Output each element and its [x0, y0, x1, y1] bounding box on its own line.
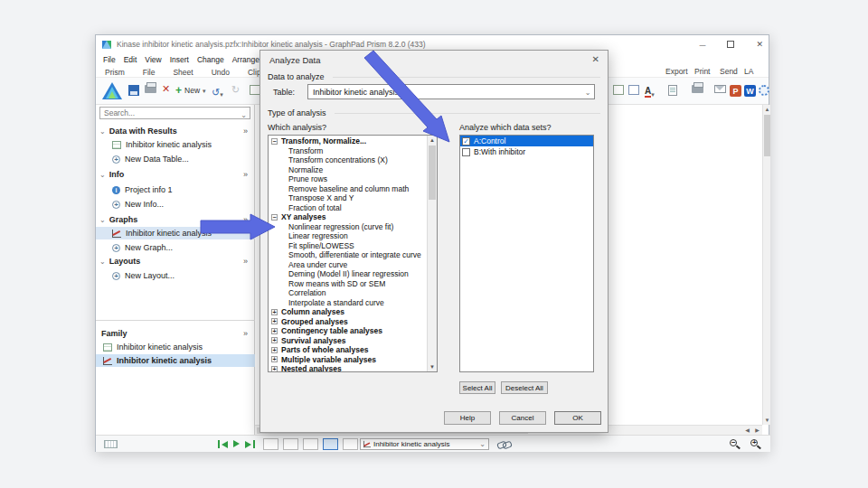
tree-item-xy-analyses[interactable]: XY analyses: [269, 212, 428, 222]
sidebar-item-new-data-table[interactable]: + New Data Table...: [96, 153, 255, 165]
settings-gear-icon[interactable]: [759, 85, 769, 96]
menu-file[interactable]: File: [103, 55, 116, 64]
vertical-scrollbar[interactable]: ▲ ▼: [762, 105, 770, 425]
deselect-all-button[interactable]: Deselect All: [501, 381, 548, 394]
print-sheet-icon[interactable]: [692, 85, 703, 93]
sidebar-item-graph[interactable]: Inhibitor kinetic analysis: [96, 227, 255, 239]
tree-item[interactable]: Row means with SD or SEM: [269, 279, 428, 289]
zoom-out-button[interactable]: −: [729, 438, 743, 451]
tree-item-transform-normalize[interactable]: Transform, Normalize...: [269, 136, 428, 146]
tree-item[interactable]: Transform concentrations (X): [269, 155, 428, 165]
next-sheet-button[interactable]: [233, 440, 240, 447]
prism-logo-icon[interactable]: [101, 80, 123, 102]
scrollbar-thumb[interactable]: [764, 115, 770, 156]
tree-item-column-analyses[interactable]: Column analyses: [269, 307, 428, 317]
prev-sheet-button[interactable]: [218, 440, 228, 448]
expand-icon[interactable]: [271, 347, 278, 353]
tree-item[interactable]: Prune rows: [269, 174, 428, 184]
redo-button[interactable]: ↻: [231, 84, 240, 96]
sidebar-item-new-graph[interactable]: + New Graph...: [96, 241, 255, 254]
print-icon[interactable]: [145, 85, 156, 93]
delete-icon[interactable]: ✕: [162, 83, 170, 95]
tree-item[interactable]: Normalize: [269, 165, 428, 175]
table-dropdown[interactable]: Inhibitor kinetic analysis: [307, 84, 595, 99]
expand-icon[interactable]: [271, 318, 278, 324]
tree-item[interactable]: Linear regression: [269, 231, 428, 241]
sidebar-section-info[interactable]: Info: [96, 168, 255, 181]
sheet-icon-results[interactable]: [303, 438, 318, 450]
menu-change[interactable]: Change: [197, 55, 224, 64]
keyboard-icon[interactable]: [104, 440, 118, 448]
select-all-button[interactable]: Select All: [459, 381, 495, 394]
expand-icon[interactable]: [271, 356, 278, 362]
scroll-up-icon[interactable]: ▲: [763, 105, 771, 114]
scroll-up-icon[interactable]: ▲: [428, 136, 437, 145]
expand-section-icon[interactable]: [243, 329, 248, 338]
tree-item[interactable]: Transpose X and Y: [269, 193, 428, 203]
family-item-graph[interactable]: Inhibitor kinetic analysis: [96, 354, 255, 367]
link-icon[interactable]: [497, 441, 512, 448]
expand-icon[interactable]: [271, 309, 278, 315]
scrollbar-thumb[interactable]: [429, 145, 436, 200]
tree-item[interactable]: Correlation: [269, 288, 428, 298]
tree-item[interactable]: Fit spline/LOWESS: [269, 241, 428, 251]
tree-item-survival-analyses[interactable]: Survival analyses: [269, 336, 428, 346]
sidebar-item-new-info[interactable]: + New Info...: [96, 198, 255, 211]
sidebar-section-data[interactable]: Data with Results: [96, 125, 255, 137]
maximize-icon[interactable]: [727, 41, 734, 48]
new-sheet-button[interactable]: + New: [175, 86, 206, 95]
family-section-header[interactable]: Family: [96, 327, 255, 340]
menu-view[interactable]: View: [145, 55, 161, 64]
expand-section-icon[interactable]: [243, 127, 248, 136]
save-icon[interactable]: [128, 85, 139, 96]
scroll-down-icon[interactable]: ▼: [763, 416, 771, 425]
search-input[interactable]: [100, 108, 241, 117]
cancel-button[interactable]: Cancel: [499, 411, 546, 425]
tree-item-grouped-analyses[interactable]: Grouped analyses: [269, 317, 428, 327]
expand-section-icon[interactable]: [243, 215, 248, 224]
tree-item-contingency-analyses[interactable]: Contingency table analyses: [269, 326, 428, 336]
word-export-icon[interactable]: W: [744, 85, 756, 97]
sidebar-item-project-info[interactable]: i Project info 1: [96, 183, 255, 196]
undo-button[interactable]: ↺: [212, 84, 223, 100]
graph-format-icon[interactable]: [628, 85, 639, 95]
tree-item[interactable]: Deming (Model II) linear regression: [269, 269, 428, 279]
minimize-icon[interactable]: [699, 40, 705, 49]
sidebar-item-data-table[interactable]: Inhibitor kinetic analysis: [96, 138, 255, 151]
close-icon[interactable]: [756, 40, 763, 49]
tree-item[interactable]: Interpolate a standard curve: [269, 298, 428, 308]
tree-item-nonlinear-regression[interactable]: Nonlinear regression (curve fit): [269, 222, 428, 232]
expand-section-icon[interactable]: [243, 170, 248, 179]
sheet-icon-layout[interactable]: [343, 438, 358, 450]
sheet-icon-graph[interactable]: [323, 438, 338, 450]
expand-icon[interactable]: [271, 337, 278, 343]
ok-button[interactable]: OK: [554, 411, 601, 425]
sheet-selector-dropdown[interactable]: Inhibitor kinetic analysis: [360, 438, 489, 450]
family-item-data-table[interactable]: Inhibitor kinetic analysis: [96, 341, 255, 353]
tree-item[interactable]: Transform: [269, 146, 428, 156]
sheet-icon-data-table[interactable]: [263, 438, 278, 450]
tree-item-nested-analyses[interactable]: Nested analyses: [269, 364, 428, 372]
dataset-checkbox[interactable]: [462, 148, 470, 156]
sidebar-section-graphs[interactable]: Graphs: [96, 213, 255, 226]
zoom-in-button[interactable]: +: [750, 438, 764, 451]
sidebar-item-new-layout[interactable]: + New Layout...: [96, 269, 255, 282]
tree-item-parts-of-whole-analyses[interactable]: Parts of whole analyses: [269, 345, 428, 355]
sidebar-section-layouts[interactable]: Layouts: [96, 255, 255, 267]
dialog-close-icon[interactable]: [592, 54, 599, 64]
last-sheet-button[interactable]: [245, 440, 255, 448]
scroll-down-icon[interactable]: ▼: [428, 362, 437, 371]
menu-arrange[interactable]: Arrange: [232, 55, 259, 64]
export-file-icon[interactable]: [668, 85, 677, 96]
expand-section-icon[interactable]: [243, 257, 248, 266]
search-box[interactable]: [99, 107, 250, 119]
help-button[interactable]: Help: [444, 411, 491, 425]
dataset-row-a-control[interactable]: A:Control: [460, 136, 593, 146]
dataset-row-b-with-inhibitor[interactable]: B:With inhibitor: [460, 146, 593, 157]
menu-edit[interactable]: Edit: [124, 55, 137, 64]
dataset-checkbox[interactable]: [462, 137, 470, 145]
tree-item[interactable]: Fraction of total: [269, 203, 428, 213]
expand-icon[interactable]: [271, 366, 278, 372]
tree-item[interactable]: Smooth, differentiate or integrate curve: [269, 250, 428, 260]
tree-scrollbar[interactable]: ▲ ▼: [427, 136, 437, 371]
